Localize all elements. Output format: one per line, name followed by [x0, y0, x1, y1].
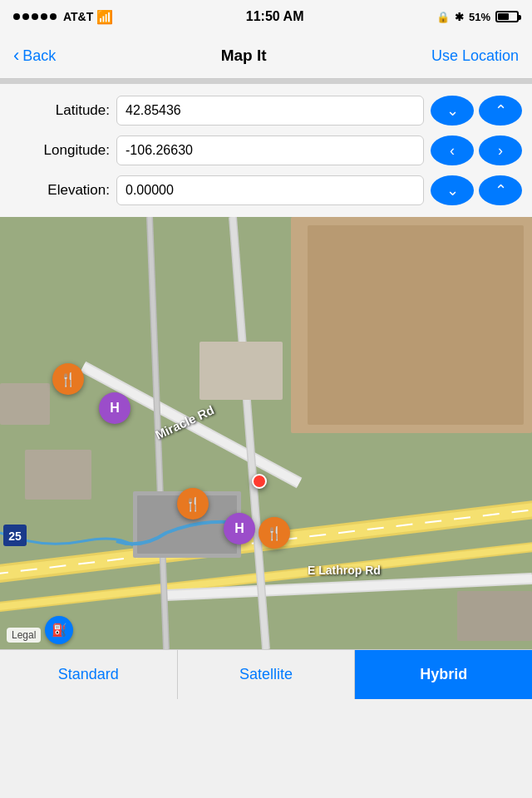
back-chevron-icon: ‹ — [13, 45, 19, 66]
nav-bar: ‹ Back Map It Use Location — [0, 33, 532, 79]
food-pin-1[interactable]: 🍴 — [52, 363, 84, 395]
elevation-up-button[interactable]: ⌃ — [479, 175, 522, 205]
standard-tab[interactable]: Standard — [0, 650, 178, 699]
longitude-label: Longitude: — [10, 142, 110, 159]
hotel-pin-1[interactable]: H — [99, 392, 131, 424]
svg-rect-20 — [0, 383, 50, 425]
longitude-btn-group: ‹ › — [431, 135, 522, 165]
svg-rect-2 — [308, 225, 524, 425]
elevation-row: Elevation: ⌄ ⌃ — [0, 170, 532, 210]
svg-text:E Lathrop Rd: E Lathrop Rd — [308, 564, 381, 577]
location-pin — [252, 474, 267, 489]
svg-rect-21 — [457, 591, 532, 641]
longitude-row: Longitude: ‹ › — [0, 131, 532, 170]
carrier-label: AT&T — [63, 10, 93, 23]
latitude-btn-group: ⌄ ⌃ — [431, 96, 522, 126]
hotel-pin-2[interactable]: H — [224, 513, 255, 544]
gas-station-icon[interactable]: ⛽ — [45, 616, 73, 644]
svg-rect-18 — [200, 342, 283, 400]
fields-area: Latitude: ⌄ ⌃ Longitude: ‹ › Elevation: … — [0, 84, 532, 217]
svg-rect-19 — [25, 450, 91, 500]
satellite-tab[interactable]: Satellite — [178, 650, 356, 699]
bluetooth-icon: ✱ — [455, 11, 464, 23]
battery-percent: 51% — [469, 11, 490, 23]
legal-badge: Legal — [7, 628, 41, 643]
elevation-btn-group: ⌄ ⌃ — [431, 175, 522, 205]
food-pin-2[interactable]: 🍴 — [177, 488, 209, 520]
svg-text:25: 25 — [8, 530, 22, 543]
map-area[interactable]: 25 Miracle Rd E Lathrop Rd 🍴 H 🍴 H 🍴 Leg… — [0, 217, 532, 649]
battery-icon — [495, 11, 519, 22]
lock-icon: 🔒 — [436, 11, 450, 23]
hybrid-tab[interactable]: Hybrid — [355, 650, 532, 699]
signal-dots — [13, 13, 57, 20]
latitude-input[interactable] — [116, 96, 424, 126]
latitude-label: Latitude: — [10, 102, 110, 119]
elevation-label: Elevation: — [10, 182, 110, 199]
map-type-tabs: Standard Satellite Hybrid — [0, 649, 532, 699]
status-left: AT&T 📶 — [13, 9, 113, 25]
time-label: 11:50 AM — [246, 9, 304, 24]
back-button[interactable]: ‹ Back — [13, 45, 56, 66]
wifi-icon: 📶 — [96, 9, 113, 25]
status-right: 🔒 ✱ 51% — [436, 11, 519, 23]
status-bar: AT&T 📶 11:50 AM 🔒 ✱ 51% — [0, 0, 532, 33]
elevation-input[interactable] — [116, 175, 424, 205]
latitude-down-button[interactable]: ⌄ — [431, 96, 474, 126]
longitude-left-button[interactable]: ‹ — [431, 135, 474, 165]
longitude-right-button[interactable]: › — [479, 135, 522, 165]
back-label: Back — [22, 47, 56, 65]
latitude-row: Latitude: ⌄ ⌃ — [0, 91, 532, 131]
longitude-input[interactable] — [116, 135, 424, 165]
food-pin-3[interactable]: 🍴 — [259, 517, 290, 549]
page-title: Map It — [221, 47, 267, 65]
elevation-down-button[interactable]: ⌄ — [431, 175, 474, 205]
use-location-button[interactable]: Use Location — [431, 47, 519, 65]
latitude-up-button[interactable]: ⌃ — [479, 96, 522, 126]
